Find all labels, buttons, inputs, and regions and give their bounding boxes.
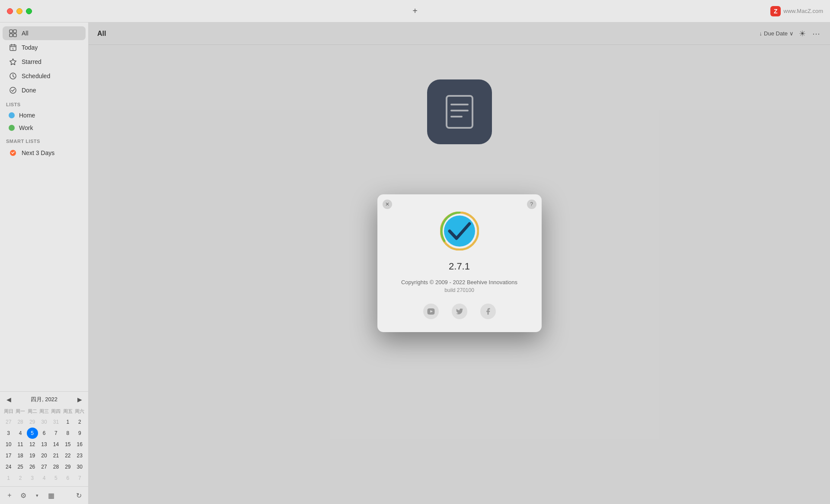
calendar-day[interactable]: 19 [27,450,38,461]
list-color-dot-home [9,112,15,118]
calendar-day[interactable]: 29 [27,416,38,428]
calendar-day[interactable]: 26 [27,461,38,472]
calendar-day[interactable]: 24 [3,461,14,472]
clock-icon [9,72,17,80]
calendar-weekday: 周日 [3,407,14,415]
social-icons [423,304,496,319]
calendar-day[interactable]: 1 [3,472,14,484]
add-list-button[interactable]: + [4,490,15,501]
calendar-day[interactable]: 13 [38,439,50,450]
calendar-day[interactable]: 16 [74,439,85,450]
calendar-day[interactable]: 17 [3,450,14,461]
calendar-day[interactable]: 15 [62,439,73,450]
app-logo-container [440,212,479,252]
smart-lists-section-title: SMART LISTS [0,134,88,146]
calendar-weekday: 周四 [50,407,62,415]
circle-check-icon [9,86,17,95]
calendar-days: 2728293031123456789101112131415161718192… [3,416,86,484]
svg-marker-9 [10,59,16,65]
maximize-window-button[interactable] [26,8,32,14]
calendar-day[interactable]: 3 [3,428,14,439]
svg-line-12 [13,76,14,77]
watermark: Z www.MacZ.com [770,6,823,16]
calendar-day[interactable]: 14 [50,439,61,450]
calendar-day[interactable]: 9 [74,428,85,439]
modal-help-button[interactable]: ? [527,200,536,209]
calendar-weekday: 周五 [62,407,73,415]
modal-close-button[interactable]: ✕ [383,200,392,209]
content-area: All ↓ Due Date ∨ ☀ ⋯ [89,22,830,504]
calendar-next-button[interactable]: ▶ [75,395,84,404]
sidebar-item-starred[interactable]: Starred [3,55,86,69]
calendar-day[interactable]: 28 [15,416,26,428]
sidebar-item-label: All [22,30,29,37]
sidebar-list-work[interactable]: Work [3,122,86,134]
sidebar-item-today[interactable]: 5 Today [3,41,86,54]
calendar-day[interactable]: 27 [38,461,50,472]
sidebar-item-done[interactable]: Done [3,83,86,97]
calendar-month-label: 四月, 2022 [31,396,57,403]
calendar-day[interactable]: 28 [50,461,61,472]
facebook-icon[interactable] [480,304,496,319]
version-text: 2.7.1 [449,261,470,272]
calendar-prev-button[interactable]: ◀ [4,395,13,404]
calendar-day[interactable]: 8 [62,428,73,439]
calendar-day[interactable]: 3 [27,472,38,484]
sidebar-item-label: Starred [22,58,42,65]
calendar-day[interactable]: 20 [38,450,50,461]
calendar-day[interactable]: 12 [27,439,38,450]
calendar-day[interactable]: 4 [15,428,26,439]
calendar-day[interactable]: 7 [50,428,61,439]
calendar-day[interactable]: 6 [38,428,50,439]
traffic-lights [7,8,32,14]
calendar-day[interactable]: 23 [74,450,85,461]
settings-button[interactable]: ⚙ [18,490,29,501]
list-color-dot-work [9,125,15,131]
twitter-icon[interactable] [452,304,467,319]
calendar-day[interactable]: 21 [50,450,61,461]
refresh-button[interactable]: ↻ [73,490,84,501]
calendar-day[interactable]: 2 [74,416,85,428]
smart-list-icon-next3days [9,149,17,157]
svg-rect-0 [10,30,13,33]
calendar-day[interactable]: 6 [62,472,73,484]
sidebar-item-all[interactable]: All [3,26,86,40]
svg-rect-1 [13,30,16,33]
minimize-window-button[interactable] [16,8,22,14]
sidebar-item-label: Done [22,87,36,94]
calendar-day[interactable]: 18 [15,450,26,461]
calendar-day[interactable]: 7 [74,472,85,484]
app-logo [440,212,479,250]
close-window-button[interactable] [7,8,13,14]
calendar-day[interactable]: 5 [50,472,61,484]
sidebar-list-home[interactable]: Home [3,109,86,121]
sidebar-item-scheduled[interactable]: Scheduled [3,69,86,83]
calendar-day-icon: 5 [9,43,17,52]
calendar-toggle-button[interactable]: ▦ [46,490,56,501]
calendar-day[interactable]: 27 [3,416,14,428]
calendar-day[interactable]: 25 [15,461,26,472]
calendar-day[interactable]: 2 [15,472,26,484]
sidebar-smartlist-next3days[interactable]: Next 3 Days [3,146,86,160]
smart-list-label: Next 3 Days [22,149,54,156]
settings-dropdown-button[interactable]: ▾ [32,490,42,501]
calendar-day[interactable]: 4 [38,472,50,484]
calendar-day[interactable]: 5 [27,428,38,439]
calendar-day[interactable]: 30 [38,416,50,428]
calendar-day[interactable]: 22 [62,450,73,461]
calendar-weekday: 周一 [14,407,26,415]
list-label: Work [19,124,33,131]
calendar-weekday: 周三 [38,407,50,415]
star-icon [9,57,17,66]
calendar-day[interactable]: 29 [62,461,73,472]
svg-rect-3 [13,34,16,37]
calendar-day[interactable]: 10 [3,439,14,450]
copyright-text: Copyrights © 2009 - 2022 Beehive Innovat… [401,279,517,285]
calendar-header: ◀ 四月, 2022 ▶ [0,392,88,407]
calendar-day[interactable]: 31 [50,416,61,428]
calendar-day[interactable]: 30 [74,461,85,472]
calendar-day[interactable]: 1 [62,416,73,428]
add-task-button[interactable]: + [409,5,421,17]
calendar-day[interactable]: 11 [15,439,26,450]
youtube-icon[interactable] [423,304,439,319]
